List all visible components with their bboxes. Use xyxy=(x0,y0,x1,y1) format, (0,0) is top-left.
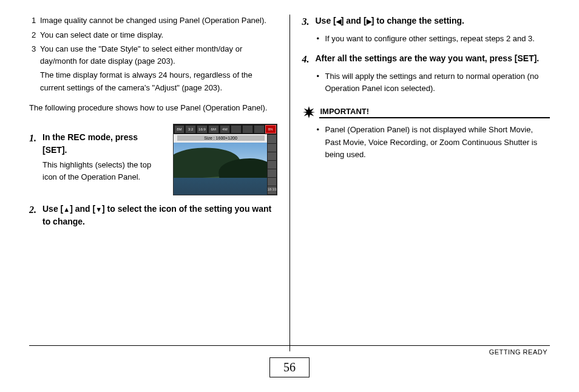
note-number: 3 xyxy=(32,43,40,67)
bullet-item: • Panel (Operation Panel) is not display… xyxy=(317,124,550,160)
camera-lcd-illustration: 8M 3:2 16:9 6M 4M 8N Size : 1600×1200 18… xyxy=(173,124,277,195)
note-item: 3 You can use the "Date Style" to select… xyxy=(32,43,277,67)
step-number: 4. xyxy=(302,52,316,67)
step-heading: In the REC mode, press [SET]. xyxy=(42,131,164,157)
note-item: 2 You can select date or time display. xyxy=(32,29,277,41)
section-label: GETTING READY xyxy=(489,348,547,356)
cam-icon xyxy=(242,125,253,133)
right-column: 3. Use [◀] and [▶] to change the setting… xyxy=(291,15,550,351)
note-subtext: The time display format is always 24 hou… xyxy=(40,69,277,95)
lake-shape xyxy=(174,178,267,195)
step-1: 1. In the REC mode, press [SET]. This hi… xyxy=(29,131,164,183)
step-number: 1. xyxy=(29,131,42,183)
important-label: IMPORTANT! xyxy=(319,107,550,118)
note-text: Image quality cannot be changed using Pa… xyxy=(40,15,277,27)
note-number: 2 xyxy=(32,29,40,41)
bullet-item: • This will apply the settings and retur… xyxy=(317,70,550,95)
txt: ] and [ xyxy=(341,16,367,25)
step-3: 3. Use [◀] and [▶] to change the setting… xyxy=(302,15,550,29)
note-item: 1 Image quality cannot be changed using … xyxy=(32,15,277,27)
side-icon xyxy=(268,178,276,186)
step-number: 2. xyxy=(29,203,42,228)
cam-icon: 4M xyxy=(220,125,231,133)
side-icon-time: 18:33 xyxy=(268,186,276,194)
cam-icon xyxy=(254,125,265,133)
step-1-row: 1. In the REC mode, press [SET]. This hi… xyxy=(29,124,277,195)
cam-icon xyxy=(231,125,242,133)
side-icon xyxy=(268,144,276,152)
side-icon xyxy=(268,169,276,177)
page-number: 56 xyxy=(269,357,310,377)
cam-icon: 3:2 xyxy=(185,125,196,133)
side-icon xyxy=(268,152,276,160)
txt: ] to change the setting. xyxy=(371,16,464,25)
notes-list: 1 Image quality cannot be changed using … xyxy=(32,15,277,95)
note-text: You can select date or time display. xyxy=(40,29,277,41)
up-triangle-icon: ▲ xyxy=(63,206,70,213)
down-triangle-icon: ▼ xyxy=(95,206,102,213)
svg-marker-0 xyxy=(302,106,314,118)
bullet-text: This will apply the settings and return … xyxy=(325,70,550,95)
footer-separator: GETTING READY xyxy=(29,345,550,356)
bullet-text: If you want to configure other settings,… xyxy=(325,33,535,45)
step-heading: After all the settings are the way you w… xyxy=(316,52,550,65)
camera-side-icons: 18:33 xyxy=(267,134,277,195)
bullet-item: • If you want to configure other setting… xyxy=(317,33,550,45)
step-2: 2. Use [▲] and [▼] to select the icon of… xyxy=(29,203,277,228)
column-divider xyxy=(290,15,290,351)
camera-size-label: Size : 1600×1200 xyxy=(177,135,265,141)
cam-icon: 6M xyxy=(208,125,219,133)
step-number: 3. xyxy=(302,15,316,29)
camera-top-icons: 8M 3:2 16:9 6M 4M 8N xyxy=(174,124,277,134)
cam-icon-active: 8N xyxy=(265,125,276,133)
side-icon xyxy=(268,135,276,143)
step-note: This highlights (selects) the top icon o… xyxy=(42,159,164,183)
bullet-dot: • xyxy=(317,70,325,95)
right-triangle-icon: ▶ xyxy=(367,18,371,25)
note-number: 1 xyxy=(32,15,40,27)
bullet-text: Panel (Operation Panel) is not displayed… xyxy=(325,124,550,160)
step-4: 4. After all the settings are the way yo… xyxy=(302,52,550,67)
txt: Use [ xyxy=(316,16,336,25)
cam-icon: 8M xyxy=(174,125,185,133)
content-columns: 1 Image quality cannot be changed using … xyxy=(29,15,550,351)
important-callout: IMPORTANT! xyxy=(302,106,550,119)
bullet-list: • Panel (Operation Panel) is not display… xyxy=(317,124,550,160)
step-heading: Use [▲] and [▼] to select the icon of th… xyxy=(42,203,277,228)
starburst-icon xyxy=(302,106,316,119)
txt: ] and [ xyxy=(70,204,95,214)
cam-icon: 16:9 xyxy=(197,125,208,133)
camera-scene xyxy=(174,143,267,195)
bullet-dot: • xyxy=(317,33,325,45)
txt: Use [ xyxy=(42,204,63,214)
bullet-dot: • xyxy=(317,124,325,160)
bullet-list: • If you want to configure other setting… xyxy=(317,33,550,45)
bullet-list: • This will apply the settings and retur… xyxy=(317,70,550,95)
step-heading: Use [◀] and [▶] to change the setting. xyxy=(316,15,550,27)
left-column: 1 Image quality cannot be changed using … xyxy=(29,15,288,351)
side-icon xyxy=(268,161,276,169)
note-text: You can use the "Date Style" to select e… xyxy=(40,43,277,67)
intro-paragraph: The following procedure shows how to use… xyxy=(29,102,277,115)
left-triangle-icon: ◀ xyxy=(336,18,341,25)
